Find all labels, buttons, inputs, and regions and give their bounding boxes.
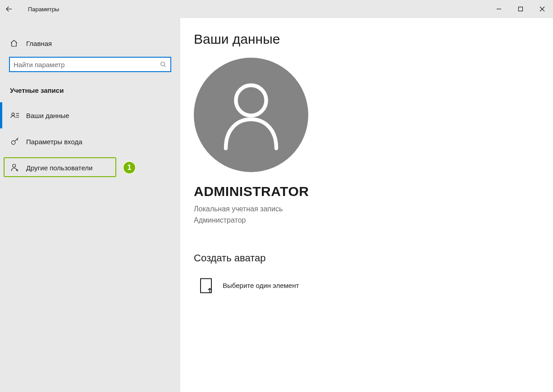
svg-point-14 <box>13 164 16 168</box>
close-button[interactable] <box>531 0 553 18</box>
sidebar-home-label: Главная <box>26 40 52 47</box>
sidebar-item-signin-options[interactable]: Параметры входа <box>0 128 180 155</box>
back-button[interactable] <box>0 0 18 18</box>
svg-point-5 <box>161 62 165 66</box>
svg-rect-2 <box>519 7 523 11</box>
titlebar: Параметры <box>0 0 553 18</box>
sidebar-item-other-users[interactable]: Другие пользователи 1 <box>0 155 180 181</box>
sidebar-item-label: Ваши данные <box>26 112 69 119</box>
svg-point-11 <box>12 141 15 144</box>
svg-point-17 <box>236 85 266 115</box>
sidebar-item-your-info[interactable]: Ваши данные <box>0 102 180 128</box>
window-title: Параметры <box>28 6 59 13</box>
account-type: Локальная учетная запись <box>194 204 539 215</box>
close-icon <box>539 6 545 12</box>
avatar-picker-label: Выберите один элемент <box>223 282 299 289</box>
sidebar: Главная Учетные записи <box>0 18 180 392</box>
page-heading: Ваши данные <box>194 32 539 47</box>
account-name: ADMINISTRATOR <box>194 184 539 199</box>
svg-point-7 <box>12 113 14 116</box>
key-icon <box>10 137 20 146</box>
person-icon <box>219 79 283 151</box>
maximize-icon <box>518 6 523 12</box>
main-content: Ваши данные ADMINISTRATOR Локальная учет… <box>180 18 553 392</box>
arrow-left-icon <box>5 5 13 13</box>
account-role: Администратор <box>194 215 539 226</box>
create-avatar-heading: Создать аватар <box>194 252 539 264</box>
sidebar-item-label: Параметры входа <box>26 138 82 146</box>
maximize-button[interactable] <box>510 0 531 18</box>
sidebar-home[interactable]: Главная <box>0 32 180 55</box>
minimize-button[interactable] <box>488 0 510 18</box>
home-icon <box>10 39 18 47</box>
person-card-icon <box>10 111 20 119</box>
minimize-icon <box>496 6 502 12</box>
svg-line-12 <box>15 138 18 141</box>
annotation-badge: 1 <box>123 161 136 174</box>
svg-line-6 <box>164 65 165 67</box>
search-input-wrapper[interactable] <box>9 57 171 72</box>
avatar-picker-row[interactable]: Выберите один элемент <box>194 278 539 294</box>
search-icon <box>160 61 167 68</box>
browse-file-icon <box>199 278 213 294</box>
sidebar-section-title: Учетные записи <box>0 80 180 102</box>
avatar <box>194 58 308 172</box>
window-controls <box>488 0 553 18</box>
search-input[interactable] <box>14 61 160 68</box>
person-add-icon <box>10 163 20 172</box>
sidebar-item-label: Другие пользователи <box>26 164 92 172</box>
svg-line-13 <box>17 139 18 141</box>
